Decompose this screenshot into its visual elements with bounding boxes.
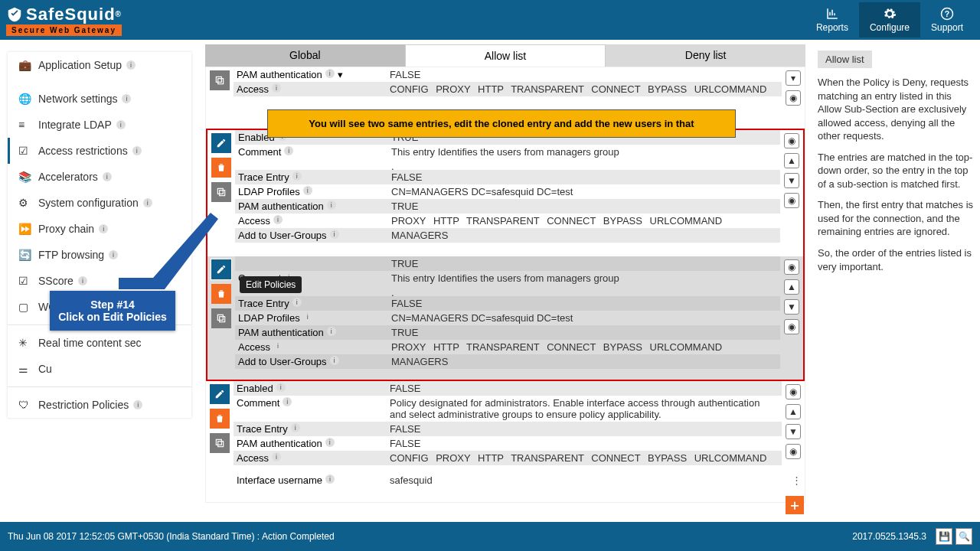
- field-value: FALSE: [391, 171, 777, 183]
- field-value: This entry Identifies the users from man…: [391, 272, 777, 284]
- sidebar-item-integrate-ldap[interactable]: ≡Integrate LDAPi: [8, 112, 191, 138]
- reports-button[interactable]: Reports: [805, 2, 859, 37]
- sidebar-item-system-configuration[interactable]: ⚙System configurationi: [8, 190, 191, 216]
- info-icon[interactable]: i: [303, 186, 312, 195]
- field-label: Trace Entry: [237, 423, 288, 435]
- move-up-button[interactable]: ▲: [784, 279, 799, 295]
- svg-rect-6: [217, 315, 223, 320]
- info-icon[interactable]: i: [132, 146, 142, 155]
- sidebar-item-label: Access restrictions: [38, 145, 128, 157]
- info-icon[interactable]: i: [330, 230, 339, 239]
- target-button[interactable]: ◉: [784, 319, 799, 334]
- info-icon[interactable]: i: [103, 172, 112, 181]
- help-paragraph: The entries are matched in the top-down …: [818, 151, 975, 191]
- instruction-callout: You will see two same entries, edit the …: [267, 109, 736, 138]
- field-label: Comment: [238, 146, 281, 158]
- add-entry-button[interactable]: ＋: [786, 496, 804, 514]
- field-value: FALSE: [390, 383, 779, 394]
- delete-button[interactable]: [210, 409, 230, 429]
- info-icon[interactable]: i: [272, 452, 281, 461]
- sidebar-item-application-setup[interactable]: 💼Application Setupi: [8, 52, 191, 78]
- clone-button[interactable]: [211, 182, 231, 202]
- edit-button[interactable]: [210, 384, 230, 404]
- info-icon[interactable]: i: [78, 276, 87, 285]
- tab-deny-list[interactable]: Deny list: [606, 44, 805, 67]
- support-button[interactable]: ? Support: [920, 2, 974, 37]
- sidebar-item-label: Integrate LDAP: [38, 119, 112, 131]
- info-icon[interactable]: i: [109, 250, 118, 259]
- info-icon[interactable]: i: [325, 69, 335, 78]
- info-icon[interactable]: i: [291, 423, 300, 432]
- info-icon[interactable]: i: [283, 397, 292, 406]
- info-icon[interactable]: i: [122, 94, 131, 103]
- topbar: SafeSquid® Secure Web Gateway Reports Co…: [0, 0, 980, 40]
- target-button[interactable]: ◉: [786, 444, 801, 459]
- sidebar-item-label: System configuration: [38, 197, 139, 209]
- target-button[interactable]: ◉: [784, 193, 799, 208]
- move-up-button[interactable]: ▲: [786, 404, 801, 419]
- edit-button[interactable]: [211, 133, 231, 153]
- info-icon[interactable]: i: [126, 60, 136, 70]
- svg-rect-5: [220, 191, 225, 196]
- sidebar-item-realtime-content[interactable]: ✳Real time content sec: [8, 330, 191, 356]
- move-down-button[interactable]: ▼: [784, 299, 799, 315]
- field-value: MANAGERS: [391, 230, 777, 241]
- info-icon[interactable]: i: [143, 198, 152, 207]
- clone-button[interactable]: [210, 433, 230, 453]
- move-down-button[interactable]: ▼: [784, 173, 799, 188]
- target-button[interactable]: ◉: [784, 133, 799, 148]
- collapse-button[interactable]: ▾: [786, 70, 801, 86]
- info-icon[interactable]: i: [327, 201, 336, 210]
- info-icon[interactable]: i: [276, 383, 286, 392]
- target-button[interactable]: ◉: [786, 90, 801, 106]
- sidebar-item-access-restrictions[interactable]: ☑Access restrictionsi: [8, 138, 191, 164]
- tab-allow-list[interactable]: Allow list: [405, 44, 606, 67]
- info-icon[interactable]: i: [273, 215, 283, 224]
- info-icon[interactable]: i: [327, 327, 336, 336]
- info-icon[interactable]: i: [292, 298, 302, 307]
- field-value: TRUE: [391, 327, 777, 338]
- field-value: CONFIG PROXY HTTP TRANSPARENT CONNECT BY…: [390, 452, 779, 464]
- info-icon[interactable]: i: [272, 83, 281, 93]
- move-up-button[interactable]: ▲: [784, 153, 799, 168]
- policy-entry: EnablediFALSE CommentiPolicy designated …: [206, 381, 805, 487]
- help-panel: Allow list When the Policy is Deny, requ…: [812, 40, 980, 518]
- info-icon[interactable]: i: [303, 312, 312, 321]
- delete-button[interactable]: [211, 158, 231, 178]
- sidebar-item-label: Application Setup: [38, 59, 122, 71]
- field-value: MANAGERS: [391, 356, 777, 367]
- clone-button[interactable]: [210, 70, 230, 90]
- chart-icon: [825, 7, 839, 21]
- target-button[interactable]: ◉: [786, 384, 801, 399]
- edit-tooltip: Edit Policies: [240, 276, 302, 293]
- sidebar-item-label: Network settings: [38, 93, 117, 105]
- svg-rect-3: [218, 79, 224, 84]
- info-icon[interactable]: i: [116, 120, 126, 129]
- brand-reg: ®: [116, 10, 122, 18]
- sidebar-item-network-settings[interactable]: 🌐Network settingsi: [8, 86, 191, 112]
- sidebar-item-cu[interactable]: ⚌Cu: [8, 356, 191, 382]
- tab-global[interactable]: Global: [205, 44, 405, 67]
- info-icon[interactable]: i: [325, 438, 335, 447]
- configure-button[interactable]: Configure: [859, 2, 920, 37]
- field-value: FALSE: [391, 298, 777, 309]
- step-text: Click on Edit Policies: [54, 311, 171, 323]
- move-down-button[interactable]: ▼: [786, 424, 801, 439]
- field-label: Trace Entry: [238, 171, 289, 183]
- info-icon[interactable]: i: [330, 356, 339, 365]
- info-icon[interactable]: i: [284, 146, 293, 155]
- sidebar-item-restriction-policies[interactable]: 🛡Restriction Policiesi: [8, 392, 191, 418]
- info-icon[interactable]: i: [99, 224, 108, 233]
- target-button[interactable]: ◉: [784, 259, 799, 275]
- sidebar-item-accelerators[interactable]: 📚Acceleratorsi: [8, 164, 191, 190]
- clone-button[interactable]: [211, 308, 231, 328]
- info-icon[interactable]: i: [325, 474, 335, 484]
- info-icon[interactable]: i: [292, 171, 302, 181]
- field-value: PROXY HTTP TRANSPARENT CONNECT BYPASS UR…: [391, 215, 777, 227]
- svg-rect-2: [216, 77, 221, 82]
- info-icon[interactable]: i: [273, 341, 283, 350]
- field-label: Add to User-Groups: [238, 356, 327, 367]
- more-icon[interactable]: ⋮: [792, 474, 802, 486]
- info-icon[interactable]: i: [133, 400, 142, 409]
- sidebar-item-label: Restriction Policies: [38, 399, 129, 411]
